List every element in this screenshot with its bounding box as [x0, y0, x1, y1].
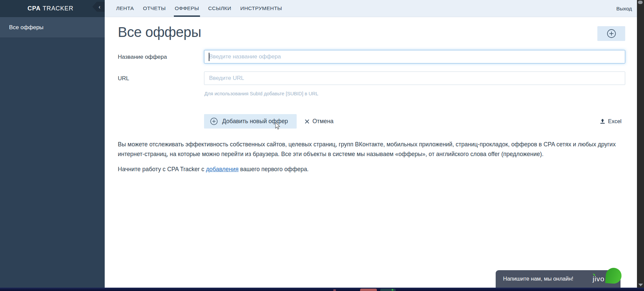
tab-instrumenty[interactable]: ИНСТРУМЕНТЫ — [240, 0, 282, 17]
top-navigation: ЛЕНТА ОТЧЕТЫ ОФФЕРЫ ССЫЛКИ ИНСТРУМЕНТЫ В… — [105, 0, 637, 17]
excel-button-label: Excel — [608, 118, 622, 125]
logout-link[interactable]: Выход — [616, 0, 632, 17]
taskbar-item — [380, 289, 396, 291]
chat-message: Напишите нам, мы онлайн! — [503, 276, 573, 282]
taskbar-sliver — [0, 288, 644, 291]
add-offer-submit-button[interactable]: Добавить новый оффер — [204, 114, 297, 129]
status-dot — [392, 289, 393, 291]
cancel-button[interactable]: Отмена — [305, 114, 334, 129]
text-caret — [209, 53, 209, 61]
plus-circle-icon — [210, 117, 218, 125]
scrollbar-thumb[interactable] — [638, 1, 643, 4]
sidebar-header: CPATRACKER ‹ — [0, 0, 105, 17]
cancel-button-label: Отмена — [312, 118, 334, 125]
sidebar-item-all-offers[interactable]: Все офферы — [0, 17, 105, 38]
browser-scrollbar[interactable] — [637, 0, 644, 291]
sidebar: CPATRACKER ‹ Все офферы — [0, 0, 105, 288]
offer-name-input[interactable] — [204, 50, 625, 63]
close-icon — [305, 119, 309, 124]
plus-circle-icon — [607, 29, 616, 38]
taskbar-item — [360, 289, 377, 291]
subid-hint: Для использования SubId добавьте [SUBID]… — [204, 91, 318, 96]
add-offer-link[interactable]: добавления — [206, 166, 239, 173]
tab-lenta[interactable]: ЛЕНТА — [116, 0, 134, 17]
tab-otchety[interactable]: ОТЧЕТЫ — [143, 0, 166, 17]
chat-widget[interactable]: Напишите нам, мы онлайн! jivo — [496, 270, 621, 288]
app-logo-rest: TRACKER — [43, 5, 73, 12]
jivo-logo: jivo — [593, 275, 605, 283]
nav-tabs: ЛЕНТА ОТЧЕТЫ ОФФЕРЫ ССЫЛКИ ИНСТРУМЕНТЫ — [105, 0, 282, 17]
mouse-cursor-icon — [275, 123, 282, 130]
app-logo-bold: CPA — [28, 5, 41, 12]
page-title: Все офферы — [118, 24, 201, 40]
main-content: Все офферы Название оффера URL Для испол… — [105, 17, 637, 288]
paragraph2-after: вашего первого оффера. — [239, 166, 309, 173]
offer-name-label: Название оффера — [118, 54, 167, 60]
getting-started-paragraph: Начните работу с CPA Tracker с добавлени… — [118, 164, 622, 174]
paragraph2-before: Начните работу с CPA Tracker с — [118, 166, 206, 173]
chevron-left-icon: ‹ — [99, 4, 101, 10]
offer-url-input[interactable] — [204, 71, 625, 85]
tab-ssylki[interactable]: ССЫЛКИ — [208, 0, 231, 17]
url-label: URL — [118, 75, 129, 82]
add-offer-top-button[interactable] — [597, 26, 625, 41]
jivo-logo-text: jivo — [593, 275, 605, 283]
scrollbar-down-arrow-icon[interactable] — [638, 284, 643, 286]
tab-offery[interactable]: ОФФЕРЫ — [175, 0, 199, 17]
description-paragraph: Вы можете отслеживать эффективность собс… — [118, 140, 622, 159]
sidebar-collapse-button[interactable]: ‹ — [92, 2, 105, 12]
taskbar-item — [333, 289, 336, 291]
app-logo: CPATRACKER — [28, 5, 73, 12]
upload-icon — [600, 118, 605, 124]
sidebar-item-label: Все офферы — [9, 24, 44, 31]
excel-export-button[interactable]: Excel — [600, 114, 622, 129]
